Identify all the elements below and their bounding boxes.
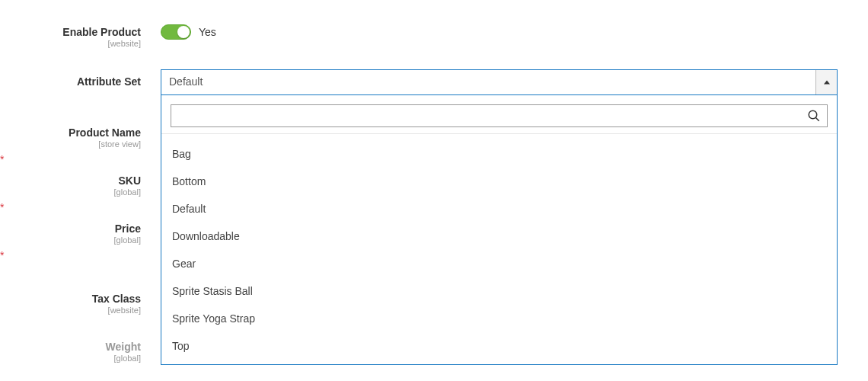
attribute-set-option[interactable]: Sprite Stasis Ball <box>171 277 828 305</box>
enable-product-label: Enable Product <box>62 26 141 38</box>
attribute-set-option[interactable]: Top <box>171 332 828 360</box>
attribute-set-option[interactable]: Sprite Yoga Strap <box>171 305 828 332</box>
enable-product-toggle[interactable] <box>161 24 191 40</box>
sku-scope: [global] <box>0 187 141 197</box>
attribute-set-option[interactable]: Bag <box>171 140 828 168</box>
attribute-set-search-input[interactable] <box>171 105 799 126</box>
enable-product-scope: [website] <box>0 39 141 48</box>
price-required: * <box>0 245 11 261</box>
attribute-set-search[interactable] <box>171 104 828 127</box>
attribute-set-option[interactable]: Default <box>171 195 828 223</box>
sku-required: * <box>0 197 11 213</box>
svg-line-2 <box>815 117 819 121</box>
attribute-set-select[interactable]: Default <box>161 69 838 95</box>
weight-label: Weight <box>106 341 141 353</box>
svg-point-1 <box>809 110 817 119</box>
caret-up-icon[interactable] <box>815 70 837 94</box>
svg-marker-0 <box>824 81 830 85</box>
product-name-scope: [store view] <box>0 139 141 149</box>
sku-label: SKU <box>118 174 141 187</box>
attribute-set-dropdown: BagBottomDefaultDownloadableGearSprite S… <box>161 95 838 365</box>
toggle-knob <box>177 26 190 38</box>
price-label: Price <box>115 223 141 235</box>
attribute-set-option-list: BagBottomDefaultDownloadableGearSprite S… <box>171 140 828 360</box>
search-icon <box>807 109 821 123</box>
product-name-required: * <box>0 149 11 165</box>
dropdown-divider <box>161 133 837 134</box>
attribute-set-label: Attribute Set <box>77 75 141 88</box>
attribute-set-selected: Default <box>161 70 815 94</box>
enable-product-value: Yes <box>199 26 216 38</box>
attribute-set-option[interactable]: Gear <box>171 250 828 277</box>
tax-class-label: Tax Class <box>92 293 141 305</box>
weight-scope: [global] <box>0 354 141 363</box>
attribute-set-option[interactable]: Bottom <box>171 168 828 195</box>
tax-class-scope: [website] <box>0 306 141 315</box>
price-scope: [global] <box>0 235 141 245</box>
product-name-label: Product Name <box>69 126 141 139</box>
attribute-set-option[interactable]: Downloadable <box>171 223 828 250</box>
